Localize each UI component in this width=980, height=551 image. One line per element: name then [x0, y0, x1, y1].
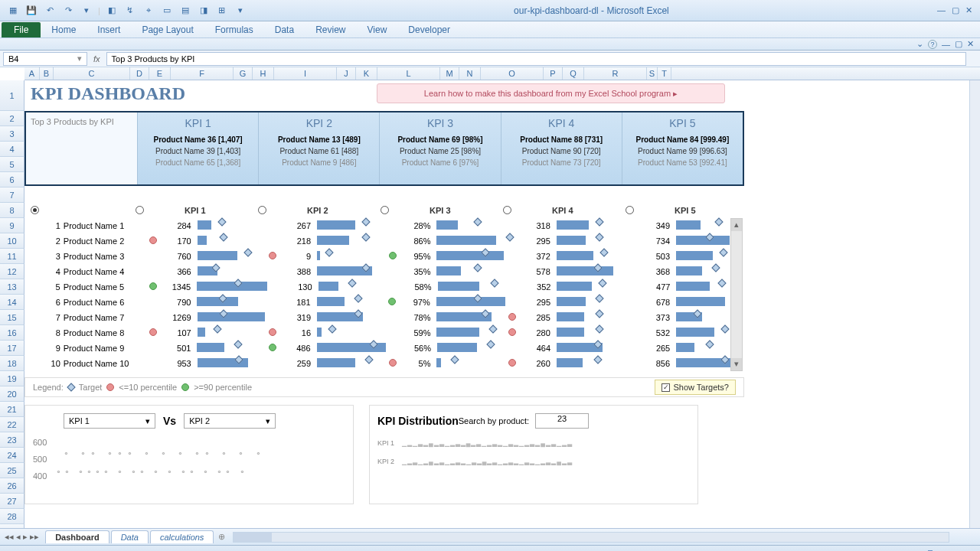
col-header[interactable]: B [40, 67, 54, 80]
col-header[interactable]: C [54, 67, 130, 80]
row-header[interactable]: 2 [0, 111, 24, 126]
workbook-min-icon[interactable]: — [942, 40, 950, 49]
row-header[interactable]: 23 [0, 432, 24, 448]
row-header[interactable]: 16 [0, 325, 24, 341]
col-header[interactable]: M [440, 67, 459, 80]
new-sheet-icon[interactable]: ⊕ [218, 532, 225, 542]
row-header[interactable]: 24 [0, 448, 24, 463]
row-header[interactable]: 3 [0, 126, 24, 142]
col-header[interactable]: J [337, 67, 356, 80]
qat-more-icon[interactable]: ▾ [234, 4, 247, 18]
ribbon-tab[interactable]: Data [264, 22, 305, 37]
col-header[interactable]: P [544, 67, 563, 80]
sheet-tab[interactable]: Data [111, 530, 149, 543]
col-header[interactable]: I [274, 67, 337, 80]
qat-icon[interactable]: ⌖ [142, 4, 155, 18]
name-box[interactable]: B4▾ [3, 52, 87, 66]
ribbon-tab[interactable]: Review [305, 22, 356, 37]
qat-icon[interactable]: ◨ [197, 4, 211, 18]
vertical-scrollbar[interactable] [969, 80, 980, 528]
col-header[interactable]: T [658, 67, 671, 80]
sort-radio[interactable] [381, 206, 389, 214]
row-header[interactable]: 8 [0, 203, 24, 218]
redo-icon[interactable]: ↷ [61, 4, 75, 18]
checkbox-icon[interactable]: ✓ [662, 383, 670, 392]
row-header[interactable]: 19 [0, 371, 24, 386]
row-header[interactable]: 28 [0, 509, 24, 524]
row-header[interactable]: 25 [0, 463, 24, 478]
sort-radio[interactable] [136, 206, 144, 214]
fx-icon[interactable]: fx [93, 54, 100, 64]
sort-radio[interactable] [31, 206, 39, 214]
col-header[interactable]: L [377, 67, 440, 80]
row-header[interactable]: 20 [0, 386, 24, 402]
col-header[interactable]: F [171, 67, 234, 80]
row-header[interactable]: 22 [0, 417, 24, 432]
ribbon-min-icon[interactable]: ⌄ [916, 39, 923, 49]
row-header[interactable]: 1 [0, 80, 24, 111]
col-header[interactable]: N [459, 67, 481, 80]
row-header[interactable]: 14 [0, 295, 24, 310]
col-header[interactable]: G [234, 67, 253, 80]
horizontal-scrollbar[interactable] [233, 532, 949, 543]
kpi-right-dropdown[interactable]: KPI 2▾ [184, 413, 276, 429]
qat-icon[interactable]: ◧ [105, 4, 119, 18]
scroll-down-icon[interactable]: ▾ [731, 358, 742, 370]
qat-icon[interactable]: ↯ [123, 4, 137, 18]
formula-bar[interactable]: Top 3 Products by KPI [106, 52, 966, 66]
col-header[interactable]: D [130, 67, 149, 80]
row-header[interactable]: 10 [0, 233, 24, 249]
dropdown-icon[interactable]: ▾ [77, 54, 82, 64]
qat-icon[interactable]: ▭ [160, 4, 174, 18]
row-header[interactable]: 12 [0, 264, 24, 279]
kpi-left-dropdown[interactable]: KPI 1▾ [64, 413, 155, 429]
row-header[interactable]: 9 [0, 218, 24, 233]
workbook-max-icon[interactable]: ▢ [955, 39, 962, 49]
ribbon-tab[interactable]: View [357, 22, 398, 37]
show-targets-toggle[interactable]: ✓ Show Targets? [655, 380, 736, 395]
help-icon[interactable]: ? [928, 40, 937, 49]
file-tab[interactable]: File [2, 22, 41, 37]
row-header[interactable]: 11 [0, 249, 24, 264]
undo-icon[interactable]: ↶ [43, 4, 57, 18]
sheet-tab[interactable]: Dashboard [45, 530, 109, 543]
workbook-close-icon[interactable]: ✕ [967, 39, 974, 49]
row-header[interactable]: 13 [0, 279, 24, 295]
col-header[interactable]: R [584, 67, 647, 80]
row-header[interactable]: 4 [0, 142, 24, 157]
ribbon-tab[interactable]: Home [41, 22, 87, 37]
row-header[interactable]: 6 [0, 172, 24, 187]
promo-link[interactable]: Learn how to make this dashboard from my… [377, 83, 725, 103]
sort-radio[interactable] [258, 206, 266, 214]
col-header[interactable]: O [481, 67, 544, 80]
row-header[interactable]: 27 [0, 494, 24, 509]
sheet-tab[interactable]: calculations [150, 530, 214, 543]
close-icon[interactable]: ✕ [965, 5, 972, 15]
sort-radio[interactable] [626, 206, 634, 214]
row-header[interactable]: 7 [0, 187, 24, 203]
search-input[interactable]: 23 [535, 413, 589, 429]
sort-radio[interactable] [503, 206, 511, 214]
row-header[interactable]: 5 [0, 157, 24, 172]
row-header[interactable]: 18 [0, 356, 24, 371]
row-header[interactable]: 26 [0, 478, 24, 494]
col-header[interactable]: K [356, 67, 377, 80]
col-header[interactable]: H [253, 67, 274, 80]
maximize-icon[interactable]: ▢ [952, 5, 959, 15]
table-scrollbar[interactable]: ▴ ▾ [730, 218, 743, 371]
row-header[interactable]: 29 [0, 524, 24, 528]
ribbon-tab[interactable]: Page Layout [131, 22, 204, 37]
save-icon[interactable]: 💾 [24, 4, 38, 18]
qat-icon[interactable]: ⊞ [215, 4, 229, 18]
scroll-up-icon[interactable]: ▴ [731, 219, 742, 231]
col-header[interactable]: E [149, 67, 171, 80]
qat-icon[interactable]: ▾ [80, 4, 93, 18]
row-header[interactable]: 21 [0, 402, 24, 417]
row-header[interactable]: 17 [0, 341, 24, 356]
col-header[interactable]: S [647, 67, 658, 80]
ribbon-tab[interactable]: Developer [397, 22, 461, 37]
qat-icon[interactable]: ▤ [178, 4, 192, 18]
ribbon-tab[interactable]: Formulas [204, 22, 264, 37]
col-header[interactable]: A [24, 67, 40, 80]
minimize-icon[interactable]: — [937, 5, 946, 15]
